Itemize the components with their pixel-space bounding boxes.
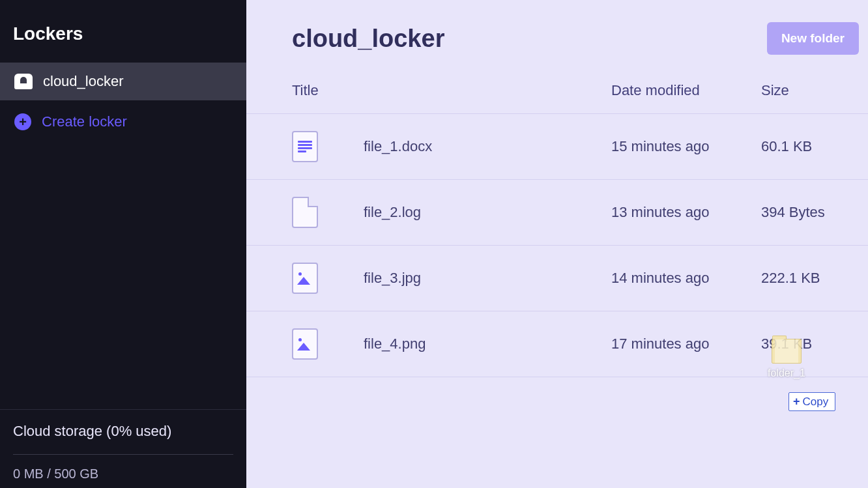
file-icon <box>292 197 318 228</box>
sidebar: Lockers cloud_locker + Create locker Clo… <box>0 0 246 488</box>
storage-label: Cloud storage (0% used) <box>13 423 233 440</box>
file-name: file_1.docx <box>364 138 611 155</box>
sidebar-footer: Cloud storage (0% used) 0 MB / 500 GB <box>0 409 246 488</box>
plus-icon: + <box>793 395 800 409</box>
table-row[interactable]: file_2.log 13 minutes ago 394 Bytes <box>246 180 868 246</box>
sidebar-title: Lockers <box>0 0 246 63</box>
document-icon <box>292 131 318 162</box>
sidebar-item-label: cloud_locker <box>43 73 124 90</box>
copy-badge: + Copy <box>788 392 835 411</box>
copy-badge-label: Copy <box>803 395 829 409</box>
image-icon <box>292 263 318 294</box>
file-size: 39.1 KB <box>761 336 859 352</box>
col-title[interactable]: Title <box>292 82 611 99</box>
file-size: 60.1 KB <box>761 138 859 155</box>
file-name: file_3.jpg <box>364 270 611 287</box>
file-date: 13 minutes ago <box>611 204 761 221</box>
file-size: 222.1 KB <box>761 270 859 287</box>
table-row[interactable]: file_1.docx 15 minutes ago 60.1 KB <box>246 114 868 180</box>
create-locker-label: Create locker <box>42 113 127 130</box>
locker-icon <box>14 74 33 89</box>
storage-amount: 0 MB / 500 GB <box>13 466 233 481</box>
file-size: 394 Bytes <box>761 204 859 221</box>
file-name: file_2.log <box>364 204 611 221</box>
page-title: cloud_locker <box>292 25 444 53</box>
table-row[interactable]: file_3.jpg 14 minutes ago 222.1 KB <box>246 246 868 311</box>
file-name: file_4.png <box>364 336 611 352</box>
create-locker-button[interactable]: + Create locker <box>0 100 246 143</box>
col-size[interactable]: Size <box>761 82 859 99</box>
col-date[interactable]: Date modified <box>611 82 761 99</box>
storage-progress-bar <box>13 454 233 455</box>
sidebar-item-cloud-locker[interactable]: cloud_locker <box>0 63 246 100</box>
table-row[interactable]: file_4.png 17 minutes ago 39.1 KB <box>246 311 868 377</box>
image-icon <box>292 328 318 360</box>
main-panel: cloud_locker New folder Title Date modif… <box>246 0 868 488</box>
new-folder-button[interactable]: New folder <box>767 22 859 55</box>
file-date: 14 minutes ago <box>611 270 761 287</box>
file-date: 17 minutes ago <box>611 336 761 352</box>
table-header: Title Date modified Size <box>246 73 868 114</box>
file-date: 15 minutes ago <box>611 138 761 155</box>
plus-circle-icon: + <box>14 113 31 130</box>
